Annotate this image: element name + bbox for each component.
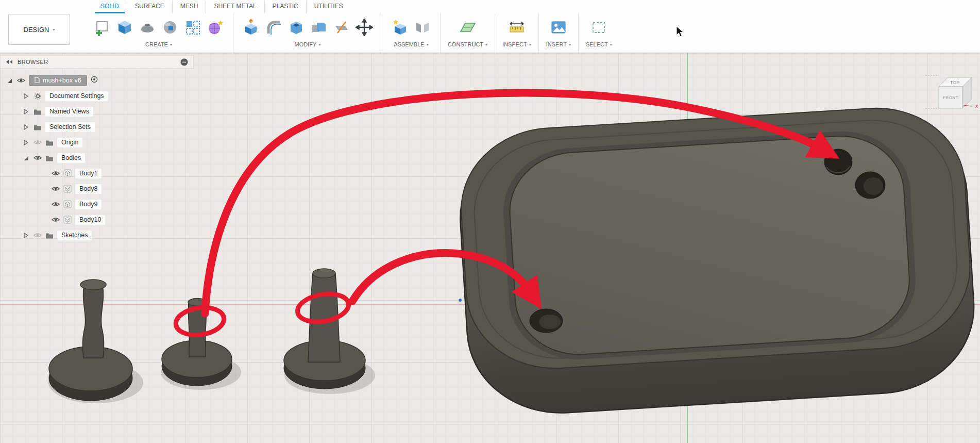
caret-down-icon: ▾ <box>485 42 487 47</box>
root-document-pill[interactable]: mush+box v6 <box>29 75 87 86</box>
browser-panel: BROWSER mush+box v6 <box>0 55 194 243</box>
inspect-menu-label: INSPECT <box>502 41 527 47</box>
collapsed-triangle-icon[interactable] <box>22 140 30 145</box>
design-menu-button[interactable]: DESIGN ▾ <box>8 14 70 45</box>
construct-plane-icon[interactable] <box>458 17 478 38</box>
select-menu[interactable]: SELECT ▾ <box>586 41 612 47</box>
x-axis-label: x <box>975 103 978 109</box>
press-pull-icon[interactable] <box>241 17 261 38</box>
joint-icon[interactable] <box>412 17 433 38</box>
create-menu-label: CREATE <box>145 41 168 47</box>
design-menu-label: DESIGN <box>24 26 49 34</box>
browser-item-bodies[interactable]: Bodies <box>0 150 194 166</box>
fillet-icon[interactable] <box>263 17 284 38</box>
tab-surface[interactable]: SURFACE <box>127 1 172 13</box>
browser-root-item[interactable]: mush+box v6 <box>0 73 194 88</box>
combine-icon[interactable] <box>309 17 329 38</box>
browser-item-sketches[interactable]: Sketches <box>0 227 194 243</box>
tab-sheet-metal[interactable]: SHEET METAL <box>206 1 264 13</box>
visibility-eye-off-icon[interactable] <box>33 232 42 238</box>
insert-image-icon[interactable] <box>548 17 569 38</box>
primitive-sphere-icon[interactable] <box>160 17 180 38</box>
browser-item-document-settings[interactable]: Document Settings <box>0 88 194 104</box>
expanded-triangle-icon[interactable] <box>22 155 30 161</box>
browser-item-label: Bodies <box>57 153 85 163</box>
toolbar-group-assemble: ASSEMBLE ▾ <box>382 13 440 53</box>
browser-item-body9[interactable]: Body9 <box>0 196 194 212</box>
assemble-menu[interactable]: ASSEMBLE ▾ <box>394 41 428 47</box>
folder-icon <box>45 139 54 146</box>
gear-icon <box>33 92 42 100</box>
collapsed-triangle-icon[interactable] <box>22 124 30 130</box>
visibility-eye-icon[interactable] <box>52 201 60 207</box>
hide-all-icon[interactable] <box>180 58 188 66</box>
collapsed-triangle-icon[interactable] <box>22 109 30 114</box>
tab-plastic[interactable]: PLASTIC <box>264 1 306 13</box>
visibility-eye-icon[interactable] <box>17 77 25 84</box>
rectangular-pattern-icon[interactable] <box>182 17 203 38</box>
revolve-icon[interactable] <box>137 17 158 38</box>
body-cube-icon <box>63 200 72 208</box>
body-cube-icon <box>63 185 72 193</box>
browser-item-label: Body8 <box>75 184 102 194</box>
split-body-icon[interactable] <box>331 17 352 38</box>
toolbar-group-create: CREATE ▾ <box>85 13 233 53</box>
toolbar-group-select: SELECT ▾ <box>578 13 619 53</box>
browser-item-selection-sets[interactable]: Selection Sets <box>0 119 194 135</box>
collapsed-triangle-icon[interactable] <box>22 233 30 238</box>
browser-item-label: Body10 <box>75 215 105 225</box>
caret-down-icon: ▾ <box>318 42 320 47</box>
browser-item-body1[interactable]: Body1 <box>0 166 194 181</box>
move-icon[interactable] <box>354 17 375 38</box>
caret-down-icon: ▾ <box>569 42 571 47</box>
document-icon <box>35 77 40 85</box>
collapse-panel-icon[interactable] <box>6 59 13 64</box>
tab-mesh[interactable]: MESH <box>172 1 206 13</box>
browser-tree: mush+box v6 Document Settings Named View… <box>0 69 194 243</box>
tab-utilities[interactable]: UTILITIES <box>306 1 351 13</box>
workspace-tabs: SOLID SURFACE MESH SHEET METAL PLASTIC U… <box>77 0 980 13</box>
folder-icon <box>33 124 42 130</box>
hole-top-right-1[interactable] <box>824 149 852 175</box>
extrude-icon[interactable] <box>114 17 135 38</box>
body-cube-icon <box>63 216 72 224</box>
visibility-eye-icon[interactable] <box>33 155 42 161</box>
expanded-triangle-icon[interactable] <box>5 78 13 84</box>
insert-menu[interactable]: INSERT ▾ <box>546 41 571 47</box>
folder-icon <box>33 108 42 115</box>
shell-icon[interactable] <box>286 17 307 38</box>
select-marquee-icon[interactable] <box>588 17 609 38</box>
browser-item-origin[interactable]: Origin <box>0 135 194 150</box>
select-menu-label: SELECT <box>586 41 608 47</box>
body-cube-icon <box>63 169 72 177</box>
modify-menu[interactable]: MODIFY ▾ <box>295 41 321 47</box>
tray-body[interactable] <box>455 103 979 418</box>
browser-item-label: Origin <box>57 138 82 147</box>
browser-item-body8[interactable]: Body8 <box>0 181 194 196</box>
construct-menu[interactable]: CONSTRUCT ▾ <box>448 41 487 47</box>
visibility-eye-icon[interactable] <box>52 217 60 223</box>
create-menu[interactable]: CREATE ▾ <box>145 41 172 47</box>
browser-header: BROWSER <box>0 55 194 69</box>
hole-inner-wall <box>864 177 883 195</box>
toolbar-group-insert: INSERT ▾ <box>538 13 578 53</box>
new-component-icon[interactable] <box>390 17 410 38</box>
create-form-icon[interactable] <box>205 17 226 38</box>
browser-item-label: Sketches <box>57 231 92 240</box>
inspect-menu[interactable]: INSPECT ▾ <box>502 41 531 47</box>
collapsed-triangle-icon[interactable] <box>22 93 30 99</box>
caret-down-icon: ▾ <box>170 42 172 47</box>
measure-icon[interactable] <box>506 17 527 38</box>
construct-menu-label: CONSTRUCT <box>448 41 483 47</box>
visibility-eye-off-icon[interactable] <box>33 139 42 145</box>
create-sketch-icon[interactable] <box>92 17 112 38</box>
activate-radio-icon[interactable] <box>91 76 98 85</box>
browser-item-named-views[interactable]: Named Views <box>0 104 194 119</box>
browser-item-body10[interactable]: Body10 <box>0 212 194 227</box>
visibility-eye-icon[interactable] <box>52 186 60 192</box>
tab-solid[interactable]: SOLID <box>93 1 127 13</box>
browser-item-label: Document Settings <box>45 91 108 101</box>
origin-point <box>459 299 462 302</box>
visibility-eye-icon[interactable] <box>52 170 60 176</box>
browser-item-label: Named Views <box>45 107 93 117</box>
